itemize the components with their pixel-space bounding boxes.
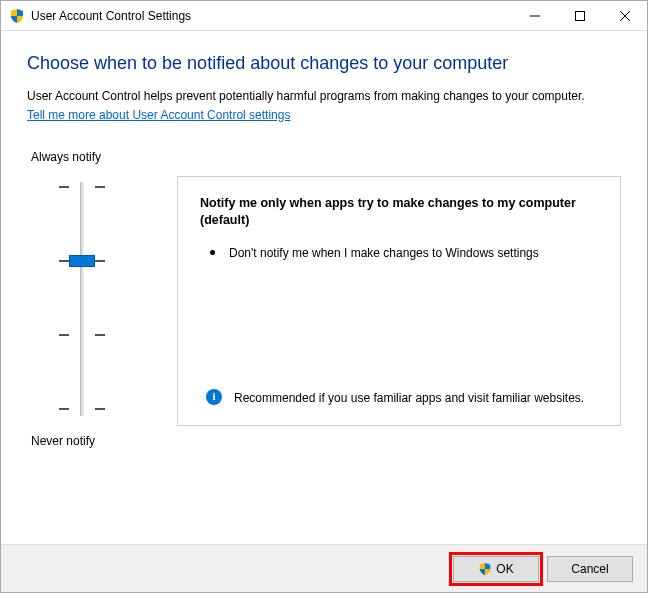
intro-paragraph: User Account Control helps prevent poten… bbox=[27, 88, 621, 124]
window-title: User Account Control Settings bbox=[31, 9, 512, 23]
uac-settings-window: User Account Control Settings Choose whe… bbox=[0, 0, 648, 593]
slider-top-label: Always notify bbox=[27, 150, 137, 164]
slider-area: Always notify Never notify Notify me onl… bbox=[27, 150, 621, 448]
bullet-icon bbox=[210, 250, 215, 255]
slider-tick bbox=[59, 334, 69, 336]
slider-tick bbox=[95, 408, 105, 410]
shield-icon bbox=[478, 562, 492, 576]
slider-tick bbox=[95, 186, 105, 188]
ok-button[interactable]: OK bbox=[453, 556, 539, 582]
cancel-label: Cancel bbox=[571, 562, 608, 576]
slider-column: Always notify Never notify bbox=[27, 150, 137, 448]
slider-track bbox=[80, 182, 84, 416]
description-box: Notify me only when apps try to make cha… bbox=[177, 176, 621, 426]
slider-tick bbox=[59, 408, 69, 410]
description-bullet: Don't notify me when I make changes to W… bbox=[200, 244, 600, 262]
learn-more-link[interactable]: Tell me more about User Account Control … bbox=[27, 107, 290, 124]
intro-text: User Account Control helps prevent poten… bbox=[27, 89, 585, 103]
slider-bottom-label: Never notify bbox=[27, 434, 137, 448]
close-button[interactable] bbox=[602, 1, 647, 30]
slider-thumb[interactable] bbox=[69, 255, 95, 267]
titlebar: User Account Control Settings bbox=[1, 1, 647, 31]
info-icon: i bbox=[206, 389, 222, 405]
content-area: Choose when to be notified about changes… bbox=[1, 31, 647, 544]
minimize-button[interactable] bbox=[512, 1, 557, 30]
ok-label: OK bbox=[496, 562, 513, 576]
slider-tick bbox=[59, 186, 69, 188]
page-heading: Choose when to be notified about changes… bbox=[27, 53, 621, 74]
cancel-button[interactable]: Cancel bbox=[547, 556, 633, 582]
slider-tick bbox=[59, 260, 69, 262]
footer: OK Cancel bbox=[1, 544, 647, 592]
recommendation-text: Recommended if you use familiar apps and… bbox=[234, 389, 584, 407]
slider-tick bbox=[95, 334, 105, 336]
maximize-button[interactable] bbox=[557, 1, 602, 30]
bullet-text: Don't notify me when I make changes to W… bbox=[229, 244, 539, 262]
notification-slider[interactable] bbox=[42, 174, 122, 424]
shield-icon bbox=[9, 8, 25, 24]
recommendation-row: i Recommended if you use familiar apps a… bbox=[200, 389, 600, 411]
description-title: Notify me only when apps try to make cha… bbox=[200, 195, 600, 230]
svg-rect-1 bbox=[575, 11, 584, 20]
slider-tick bbox=[95, 260, 105, 262]
